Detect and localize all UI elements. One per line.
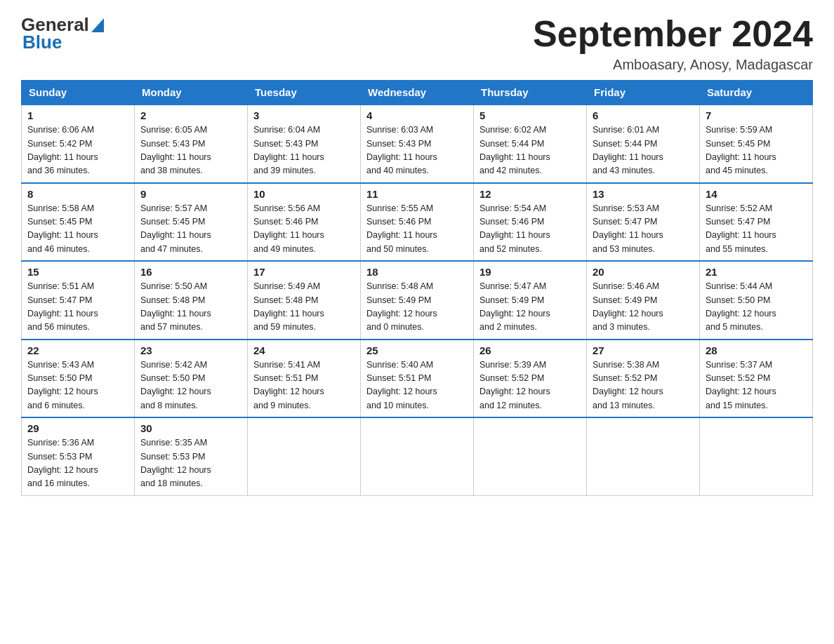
calendar-cell: 18 Sunrise: 5:48 AMSunset: 5:49 PMDaylig…: [361, 261, 474, 340]
calendar-cell: 27 Sunrise: 5:38 AMSunset: 5:52 PMDaylig…: [587, 340, 700, 418]
day-number: 25: [366, 344, 468, 356]
day-info: Sunrise: 5:58 AMSunset: 5:45 PMDaylight:…: [27, 203, 98, 254]
calendar-cell: 9 Sunrise: 5:57 AMSunset: 5:45 PMDayligh…: [135, 183, 248, 262]
day-info: Sunrise: 5:46 AMSunset: 5:49 PMDaylight:…: [593, 281, 663, 332]
week-row-2: 8 Sunrise: 5:58 AMSunset: 5:45 PMDayligh…: [22, 183, 813, 262]
day-number: 21: [706, 266, 807, 278]
calendar-cell: 10 Sunrise: 5:56 AMSunset: 5:46 PMDaylig…: [248, 183, 361, 262]
day-info: Sunrise: 6:04 AMSunset: 5:43 PMDaylight:…: [253, 125, 324, 175]
day-info: Sunrise: 5:40 AMSunset: 5:51 PMDaylight:…: [366, 360, 437, 410]
calendar-cell: 6 Sunrise: 6:01 AMSunset: 5:44 PMDayligh…: [587, 105, 700, 183]
day-info: Sunrise: 5:50 AMSunset: 5:48 PMDaylight:…: [140, 281, 211, 332]
day-info: Sunrise: 5:41 AMSunset: 5:51 PMDaylight:…: [253, 360, 324, 410]
calendar-cell: 19 Sunrise: 5:47 AMSunset: 5:49 PMDaylig…: [474, 261, 587, 340]
day-info: Sunrise: 5:53 AMSunset: 5:47 PMDaylight:…: [593, 203, 663, 254]
calendar-cell: 2 Sunrise: 6:05 AMSunset: 5:43 PMDayligh…: [135, 105, 248, 183]
day-number: 16: [140, 266, 241, 278]
calendar-cell: 11 Sunrise: 5:55 AMSunset: 5:46 PMDaylig…: [361, 183, 474, 262]
day-info: Sunrise: 5:48 AMSunset: 5:49 PMDaylight:…: [366, 281, 437, 332]
calendar-cell: 1 Sunrise: 6:06 AMSunset: 5:42 PMDayligh…: [22, 105, 135, 183]
day-info: Sunrise: 6:06 AMSunset: 5:42 PMDaylight:…: [27, 125, 98, 175]
day-number: 24: [253, 344, 355, 356]
week-row-5: 29 Sunrise: 5:36 AMSunset: 5:53 PMDaylig…: [22, 417, 813, 495]
day-info: Sunrise: 6:02 AMSunset: 5:44 PMDaylight:…: [479, 125, 550, 175]
calendar-cell: [700, 417, 813, 495]
day-info: Sunrise: 5:42 AMSunset: 5:50 PMDaylight:…: [140, 360, 211, 410]
logo: General Blue: [21, 14, 104, 53]
calendar-cell: [361, 417, 474, 495]
day-number: 18: [366, 266, 468, 278]
day-number: 10: [253, 188, 355, 200]
day-number: 20: [593, 266, 694, 278]
header-tuesday: Tuesday: [248, 81, 361, 105]
calendar-cell: 23 Sunrise: 5:42 AMSunset: 5:50 PMDaylig…: [135, 340, 248, 418]
day-number: 7: [706, 109, 807, 121]
location-subtitle: Amboasary, Anosy, Madagascar: [533, 57, 813, 73]
calendar-cell: 14 Sunrise: 5:52 AMSunset: 5:47 PMDaylig…: [700, 183, 813, 262]
day-number: 26: [479, 344, 581, 356]
calendar-cell: 15 Sunrise: 5:51 AMSunset: 5:47 PMDaylig…: [22, 261, 135, 340]
calendar-cell: 17 Sunrise: 5:49 AMSunset: 5:48 PMDaylig…: [248, 261, 361, 340]
calendar-cell: [248, 417, 361, 495]
calendar-cell: 5 Sunrise: 6:02 AMSunset: 5:44 PMDayligh…: [474, 105, 587, 183]
day-info: Sunrise: 5:56 AMSunset: 5:46 PMDaylight:…: [253, 203, 324, 254]
day-number: 1: [27, 109, 128, 121]
day-number: 14: [706, 188, 807, 200]
calendar-cell: 20 Sunrise: 5:46 AMSunset: 5:49 PMDaylig…: [587, 261, 700, 340]
day-info: Sunrise: 5:43 AMSunset: 5:50 PMDaylight:…: [27, 360, 98, 410]
header-monday: Monday: [135, 81, 248, 105]
day-info: Sunrise: 5:49 AMSunset: 5:48 PMDaylight:…: [253, 281, 324, 332]
calendar-cell: [587, 417, 700, 495]
calendar-header-row: Sunday Monday Tuesday Wednesday Thursday…: [22, 81, 813, 105]
header-wednesday: Wednesday: [361, 81, 474, 105]
page-header: General Blue September 2024 Amboasary, A…: [21, 14, 813, 73]
calendar-title-area: September 2024 Amboasary, Anosy, Madagas…: [533, 14, 813, 73]
day-info: Sunrise: 5:54 AMSunset: 5:46 PMDaylight:…: [479, 203, 550, 254]
day-number: 15: [27, 266, 128, 278]
week-row-1: 1 Sunrise: 6:06 AMSunset: 5:42 PMDayligh…: [22, 105, 813, 183]
day-info: Sunrise: 5:36 AMSunset: 5:53 PMDaylight:…: [27, 438, 98, 488]
day-info: Sunrise: 5:47 AMSunset: 5:49 PMDaylight:…: [479, 281, 550, 332]
day-number: 2: [140, 109, 241, 121]
calendar-cell: 24 Sunrise: 5:41 AMSunset: 5:51 PMDaylig…: [248, 340, 361, 418]
day-number: 22: [27, 344, 128, 356]
day-number: 23: [140, 344, 241, 356]
day-number: 9: [140, 188, 241, 200]
calendar-cell: 21 Sunrise: 5:44 AMSunset: 5:50 PMDaylig…: [700, 261, 813, 340]
header-sunday: Sunday: [22, 81, 135, 105]
day-info: Sunrise: 5:37 AMSunset: 5:52 PMDaylight:…: [706, 360, 776, 410]
day-info: Sunrise: 5:52 AMSunset: 5:47 PMDaylight:…: [706, 203, 776, 254]
calendar-cell: 7 Sunrise: 5:59 AMSunset: 5:45 PMDayligh…: [700, 105, 813, 183]
day-number: 30: [140, 422, 241, 434]
calendar-cell: [474, 417, 587, 495]
day-info: Sunrise: 6:01 AMSunset: 5:44 PMDaylight:…: [593, 125, 663, 175]
svg-marker-0: [91, 18, 104, 32]
day-info: Sunrise: 6:03 AMSunset: 5:43 PMDaylight:…: [366, 125, 437, 175]
day-number: 12: [479, 188, 581, 200]
calendar-cell: 29 Sunrise: 5:36 AMSunset: 5:53 PMDaylig…: [22, 417, 135, 495]
day-number: 17: [253, 266, 355, 278]
day-number: 11: [366, 188, 468, 200]
calendar-cell: 8 Sunrise: 5:58 AMSunset: 5:45 PMDayligh…: [22, 183, 135, 262]
header-saturday: Saturday: [700, 81, 813, 105]
calendar-cell: 16 Sunrise: 5:50 AMSunset: 5:48 PMDaylig…: [135, 261, 248, 340]
day-number: 27: [593, 344, 694, 356]
calendar-table: Sunday Monday Tuesday Wednesday Thursday…: [21, 80, 813, 496]
logo-blue-text: Blue: [22, 32, 62, 53]
calendar-cell: 13 Sunrise: 5:53 AMSunset: 5:47 PMDaylig…: [587, 183, 700, 262]
day-number: 19: [479, 266, 581, 278]
day-info: Sunrise: 5:57 AMSunset: 5:45 PMDaylight:…: [140, 203, 211, 254]
day-number: 13: [593, 188, 694, 200]
day-number: 5: [479, 109, 581, 121]
header-thursday: Thursday: [474, 81, 587, 105]
calendar-cell: 30 Sunrise: 5:35 AMSunset: 5:53 PMDaylig…: [135, 417, 248, 495]
calendar-cell: 28 Sunrise: 5:37 AMSunset: 5:52 PMDaylig…: [700, 340, 813, 418]
day-number: 4: [366, 109, 468, 121]
day-number: 6: [593, 109, 694, 121]
day-number: 28: [706, 344, 807, 356]
week-row-4: 22 Sunrise: 5:43 AMSunset: 5:50 PMDaylig…: [22, 340, 813, 418]
calendar-cell: 26 Sunrise: 5:39 AMSunset: 5:52 PMDaylig…: [474, 340, 587, 418]
day-info: Sunrise: 5:51 AMSunset: 5:47 PMDaylight:…: [27, 281, 98, 332]
day-info: Sunrise: 5:39 AMSunset: 5:52 PMDaylight:…: [479, 360, 550, 410]
logo-triangle-icon: [91, 18, 104, 35]
